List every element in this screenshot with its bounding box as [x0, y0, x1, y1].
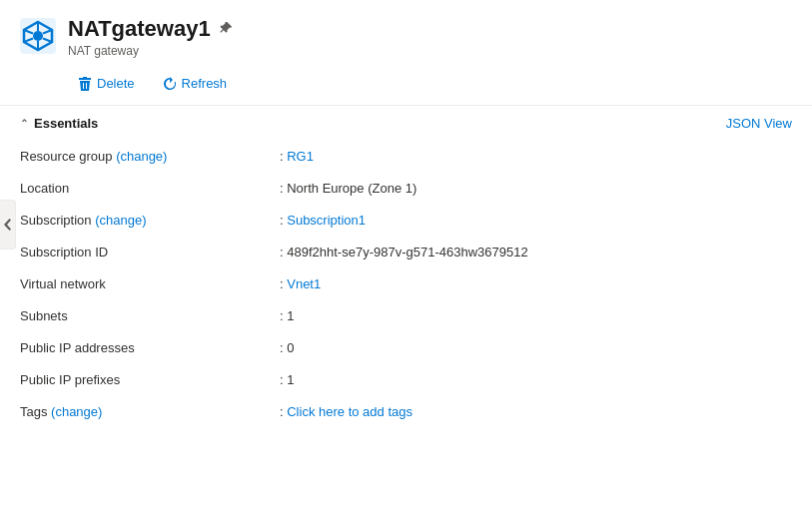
public-ip-prefixes-label: Public IP prefixes: [20, 372, 280, 387]
essentials-title: ⌃ Essentials: [20, 116, 98, 131]
toolbar: Delete Refresh: [0, 66, 812, 105]
pin-icon[interactable]: [219, 21, 233, 38]
delete-label: Delete: [97, 76, 135, 91]
subscription-label: Subscription (change): [20, 213, 280, 228]
title-text: NATgateway1: [68, 16, 211, 42]
property-row-subscription: Subscription (change) : Subscription1: [20, 205, 792, 237]
chevron-up-icon[interactable]: ⌃: [20, 118, 28, 129]
location-value: : North Europe (Zone 1): [280, 181, 416, 196]
refresh-icon: [163, 77, 177, 91]
nat-gateway-icon: [20, 18, 56, 54]
subnets-value: : 1: [280, 308, 294, 323]
property-row-public-ip-prefixes: Public IP prefixes : 1: [20, 364, 792, 396]
property-row-location: Location : North Europe (Zone 1): [20, 173, 792, 205]
location-label: Location: [20, 181, 280, 196]
public-ip-value: : 0: [280, 340, 294, 355]
page-title: NATgateway1: [68, 16, 792, 42]
json-view-link[interactable]: JSON View: [726, 116, 792, 131]
subnets-text: 1: [287, 308, 294, 323]
resource-type-label: NAT gateway: [68, 44, 792, 58]
add-tags-link[interactable]: Click here to add tags: [287, 404, 412, 419]
subscription-id-text: 489f2hht-se7y-987v-g571-463hw3679512: [287, 245, 527, 259]
header-text-block: NATgateway1 NAT gateway: [68, 16, 792, 58]
tags-value: : Click here to add tags: [280, 404, 412, 419]
public-ip-prefixes-value: : 1: [280, 372, 294, 387]
virtual-network-value: : Vnet1: [280, 276, 321, 291]
resource-group-label: Resource group (change): [20, 149, 280, 164]
svg-point-2: [33, 31, 43, 41]
tags-label: Tags (change): [20, 404, 280, 419]
resource-group-change-link[interactable]: (change): [116, 149, 167, 164]
public-ip-prefixes-text: 1: [287, 372, 294, 387]
property-row-tags: Tags (change) : Click here to add tags: [20, 396, 792, 428]
subscription-link[interactable]: Subscription1: [287, 213, 366, 228]
virtual-network-label: Virtual network: [20, 276, 280, 291]
resource-group-link[interactable]: RG1: [287, 149, 314, 164]
subnets-label: Subnets: [20, 308, 280, 323]
public-ip-label: Public IP addresses: [20, 340, 280, 355]
subscription-id-value: : 489f2hht-se7y-987v-g571-463hw3679512: [280, 245, 528, 259]
delete-icon: [78, 77, 92, 91]
property-row-subnets: Subnets : 1: [20, 300, 792, 332]
virtual-network-link[interactable]: Vnet1: [287, 276, 321, 291]
refresh-button[interactable]: Refresh: [157, 72, 234, 95]
page-header: NATgateway1 NAT gateway: [0, 0, 812, 66]
resource-group-value: : RG1: [280, 149, 314, 164]
essentials-label: Essentials: [34, 116, 98, 131]
subscription-id-label: Subscription ID: [20, 245, 280, 259]
sidebar-collapse-button[interactable]: [0, 200, 16, 250]
public-ip-text: 0: [287, 340, 294, 355]
property-row-resource-group: Resource group (change) : RG1: [20, 141, 792, 173]
property-row-public-ip: Public IP addresses : 0: [20, 332, 792, 364]
tags-change-link[interactable]: (change): [51, 404, 102, 419]
refresh-label: Refresh: [182, 76, 228, 91]
properties-grid: Resource group (change) : RG1 Location :…: [0, 141, 812, 448]
subscription-value: : Subscription1: [280, 213, 366, 228]
delete-button[interactable]: Delete: [72, 72, 141, 95]
property-row-subscription-id: Subscription ID : 489f2hht-se7y-987v-g57…: [20, 237, 792, 268]
location-text: North Europe (Zone 1): [287, 181, 416, 196]
property-row-virtual-network: Virtual network : Vnet1: [20, 268, 792, 300]
subscription-change-link[interactable]: (change): [95, 213, 146, 228]
essentials-section-header: ⌃ Essentials JSON View: [0, 106, 812, 141]
